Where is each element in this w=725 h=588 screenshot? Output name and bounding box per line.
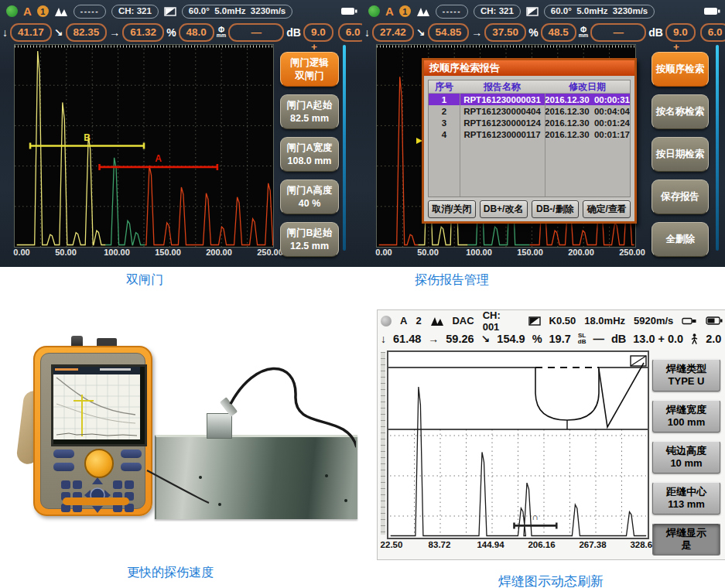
projection-arrow-icon: → [109, 27, 120, 38]
confirm-view-button[interactable]: 确定/查看 [583, 200, 631, 218]
delete-button[interactable]: DB-/删除 [532, 200, 580, 218]
menu-gate-a-height-button[interactable]: 闸门A高度40 % [280, 179, 339, 214]
range-capsule: ----- [74, 5, 106, 19]
readings-bar: ↓ 27.42 ↘ 54.85 → 37.50 % 48.5 Φmm — dB … [364, 22, 723, 42]
menu-gate-logic-button[interactable]: 闸门逻辑双闸门 [280, 52, 339, 87]
soundpath-arrow-icon: ↘ [416, 27, 426, 38]
percent-label: % [166, 26, 176, 39]
col-header-date: 修改日期 [545, 80, 630, 93]
projection-arrow-icon: → [428, 333, 439, 344]
gain-value: 9.0 + 0.0 [303, 23, 333, 42]
svg-text:A: A [155, 153, 162, 164]
dialog-footer: 取消/关闭 DB+/改名 DB-/删除 确定/查看 [428, 200, 631, 218]
function-key [53, 463, 74, 471]
depth-value: 61.48 [393, 333, 421, 345]
menu-weld-display-button[interactable]: 焊缝显示是 [652, 523, 720, 556]
menu-save-report-button[interactable]: 保存报告 [651, 179, 709, 214]
screen-edge-glow [343, 45, 346, 251]
axis-tick: 0.00 [375, 248, 392, 257]
probe-info-capsule: 60.0° 5.0mHz 3230m/s [182, 5, 292, 19]
report-search-dialog: 按顺序检索报告 序号 报告名称 修改日期 1 RPT161230000031 2… [422, 58, 637, 224]
caption-weld-refresh: 焊缝图示动态刷新 [454, 573, 648, 588]
screen-edge-glow [716, 45, 719, 251]
soundpath-value: 54.85 [428, 23, 470, 42]
axis-tick: 50.00 [417, 248, 439, 257]
function-key [53, 450, 74, 458]
depth-arrow-icon: ↓ [381, 333, 386, 344]
rename-button[interactable]: DB+/改名 [480, 200, 528, 218]
percent-label: % [528, 26, 538, 39]
db-label: dB [648, 26, 663, 39]
table-row[interactable]: 1 RPT161230000031 2016.12.30 00:00:31 [429, 94, 630, 105]
menu-distance-to-center-button[interactable]: 距缝中心113 mm [652, 482, 720, 514]
report-table: 序号 报告名称 修改日期 1 RPT161230000031 2016.12.3… [428, 80, 631, 197]
status-dot-icon [6, 5, 18, 17]
axis-tick: 83.72 [429, 540, 451, 549]
flaw-detector-body [33, 346, 152, 516]
menu-search-by-name-button[interactable]: 按名称检索 [651, 94, 709, 129]
status-dot-icon [381, 316, 392, 326]
table-row[interactable]: 3 RPT161230000124 2016.12.30 00:01:24 [429, 117, 630, 128]
caption-report-mgmt: 探伤报告管理 [355, 272, 549, 289]
projection-value: 37.50 [484, 23, 526, 42]
axis-tick: 100.00 [466, 248, 492, 257]
channel-number: 2 [416, 315, 421, 326]
a-scan-display: BA [14, 44, 274, 248]
step-value: 6.0 [338, 23, 362, 42]
soundpath-value: 154.9 [497, 333, 525, 345]
channel-number-badge: 1 [37, 5, 49, 17]
probe-info-capsule: 60.0° 5.0mHz 3230m/s [544, 5, 655, 19]
table-row[interactable]: 4 RPT161230000117 2016.12.30 00:01:17 [429, 128, 630, 140]
soft-key-menu: 按顺序检索 按名称检索 按日期检索 保存报告 全删除 [651, 52, 709, 265]
battery-icon [706, 316, 723, 325]
a-scan-trace: BA [15, 45, 273, 247]
menu-gate-a-width-button[interactable]: 闸门A宽度108.0 mm [280, 137, 339, 172]
menu-weld-width-button[interactable]: 焊缝宽度100 mm [652, 400, 720, 432]
menu-root-face-button[interactable]: 钝边高度10 mm [652, 441, 720, 473]
angle-wedge-icon [526, 7, 539, 16]
diameter-value: — [228, 23, 284, 42]
screen-weld-diagram: A 2 DAC CH: 001 K0.50 18.0mHz 5920m/s ↓ … [377, 309, 725, 560]
menu-gate-a-start-button[interactable]: 闸门A起始82.5 mm [280, 94, 339, 129]
svg-text:∩: ∩ [532, 511, 539, 522]
db-label: dB [611, 333, 626, 345]
caption-speed: 更快的探伤速度 [85, 565, 255, 581]
soundpath-arrow-icon: ↘ [481, 333, 491, 344]
angle-wedge-icon [528, 316, 541, 326]
col-header-name: 报告名称 [460, 80, 545, 93]
weld-cross-section [388, 356, 648, 429]
menu-weld-type-button[interactable]: 焊缝类型TYPE U [652, 359, 720, 391]
menu-delete-all-button[interactable]: 全删除 [651, 222, 709, 257]
menu-gate-b-start-button[interactable]: 闸门B起始12.5 mm [280, 222, 339, 257]
weld-a-scan-trace: ∩ [388, 352, 648, 538]
status-bar: A 1 ----- CH: 321 60.0° 5.0mHz 3230m/s [6, 2, 357, 20]
range-capsule: ----- [436, 5, 468, 19]
mode-label: A [23, 5, 32, 18]
cancel-close-button[interactable]: 取消/关闭 [428, 200, 476, 218]
axis-tick: 100.00 [104, 248, 130, 257]
weld-plot-display: ∩ [387, 350, 649, 539]
status-bar: A 1 ----- CH: 321 60.0° 5.0mHz 3230m/s [368, 2, 720, 20]
readings-bar: ↓ 61.48 → 59.26 ↘ 154.9 % 19.7 SLdB — dB… [381, 330, 723, 347]
svg-text:B: B [84, 132, 91, 143]
status-dot-icon [368, 5, 380, 17]
menu-search-by-order-button[interactable]: 按顺序检索 [651, 52, 709, 87]
dual-probe-icon [54, 7, 68, 16]
k-value: K0.50 [549, 315, 576, 326]
phi-mm-icon: Φmm [579, 26, 588, 38]
db-label: dB [286, 26, 301, 39]
channel-number-badge: 1 [399, 5, 411, 17]
axis-tick: 200.00 [206, 248, 232, 257]
lcd-content [53, 367, 140, 439]
axis-tick: 150.00 [517, 248, 543, 257]
battery-icon [703, 7, 720, 15]
menu-search-by-date-button[interactable]: 按日期检索 [651, 137, 709, 172]
table-row[interactable]: 2 RPT161230000404 2016.12.30 00:04:04 [429, 105, 630, 117]
status-bar: A 2 DAC CH: 001 K0.50 18.0mHz 5920m/s [381, 313, 723, 329]
axis-tick: 144.94 [477, 540, 504, 549]
column-separator [460, 80, 460, 197]
left-ruler [381, 352, 385, 535]
depth-arrow-icon: ↓ [364, 27, 370, 38]
mode-label: A [385, 5, 394, 18]
device-lcd [51, 364, 147, 446]
